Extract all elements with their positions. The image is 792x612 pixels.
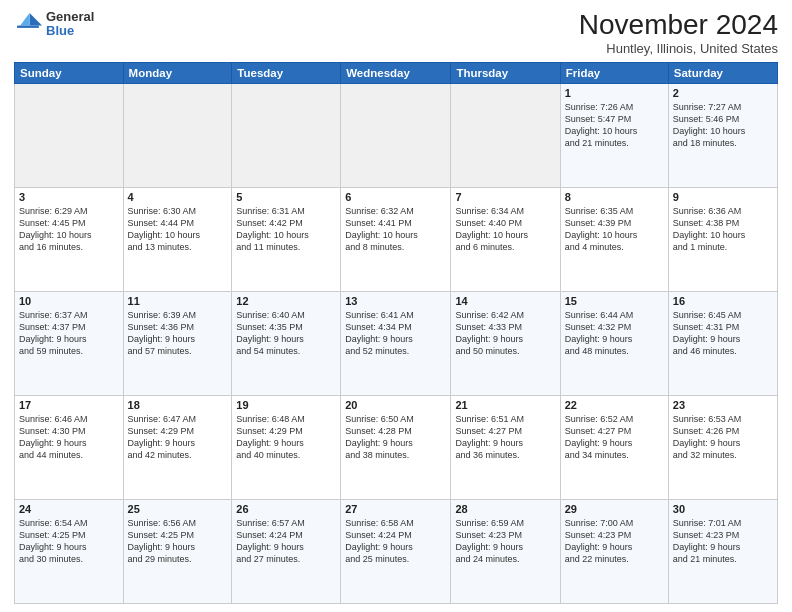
day-info: Sunrise: 6:44 AM Sunset: 4:32 PM Dayligh…	[565, 309, 664, 358]
calendar-week-row: 17Sunrise: 6:46 AM Sunset: 4:30 PM Dayli…	[15, 395, 778, 499]
day-info: Sunrise: 6:53 AM Sunset: 4:26 PM Dayligh…	[673, 413, 773, 462]
day-info: Sunrise: 6:40 AM Sunset: 4:35 PM Dayligh…	[236, 309, 336, 358]
day-number: 12	[236, 295, 336, 307]
day-info: Sunrise: 6:58 AM Sunset: 4:24 PM Dayligh…	[345, 517, 446, 566]
day-number: 30	[673, 503, 773, 515]
day-number: 29	[565, 503, 664, 515]
calendar-week-row: 3Sunrise: 6:29 AM Sunset: 4:45 PM Daylig…	[15, 187, 778, 291]
calendar-day-cell: 19Sunrise: 6:48 AM Sunset: 4:29 PM Dayli…	[232, 395, 341, 499]
calendar-day-cell: 11Sunrise: 6:39 AM Sunset: 4:36 PM Dayli…	[123, 291, 232, 395]
calendar-day-cell: 5Sunrise: 6:31 AM Sunset: 4:42 PM Daylig…	[232, 187, 341, 291]
calendar-day-cell: 30Sunrise: 7:01 AM Sunset: 4:23 PM Dayli…	[668, 499, 777, 603]
day-info: Sunrise: 7:26 AM Sunset: 5:47 PM Dayligh…	[565, 101, 664, 150]
logo: General Blue	[14, 10, 94, 39]
calendar-week-row: 24Sunrise: 6:54 AM Sunset: 4:25 PM Dayli…	[15, 499, 778, 603]
day-info: Sunrise: 6:48 AM Sunset: 4:29 PM Dayligh…	[236, 413, 336, 462]
calendar-day-cell: 16Sunrise: 6:45 AM Sunset: 4:31 PM Dayli…	[668, 291, 777, 395]
weekday-header-cell: Wednesday	[341, 62, 451, 83]
day-number: 14	[455, 295, 555, 307]
page: General Blue November 2024 Huntley, Illi…	[0, 0, 792, 612]
calendar-day-cell: 21Sunrise: 6:51 AM Sunset: 4:27 PM Dayli…	[451, 395, 560, 499]
day-info: Sunrise: 6:46 AM Sunset: 4:30 PM Dayligh…	[19, 413, 119, 462]
day-number: 11	[128, 295, 228, 307]
day-number: 21	[455, 399, 555, 411]
calendar-week-row: 10Sunrise: 6:37 AM Sunset: 4:37 PM Dayli…	[15, 291, 778, 395]
svg-marker-0	[30, 13, 42, 25]
calendar-day-cell	[341, 83, 451, 187]
location: Huntley, Illinois, United States	[579, 41, 778, 56]
day-number: 2	[673, 87, 773, 99]
logo-text: General Blue	[46, 10, 94, 39]
day-info: Sunrise: 6:47 AM Sunset: 4:29 PM Dayligh…	[128, 413, 228, 462]
day-number: 9	[673, 191, 773, 203]
calendar-day-cell: 22Sunrise: 6:52 AM Sunset: 4:27 PM Dayli…	[560, 395, 668, 499]
day-number: 22	[565, 399, 664, 411]
calendar-day-cell: 17Sunrise: 6:46 AM Sunset: 4:30 PM Dayli…	[15, 395, 124, 499]
calendar-table: SundayMondayTuesdayWednesdayThursdayFrid…	[14, 62, 778, 604]
day-number: 28	[455, 503, 555, 515]
calendar-day-cell: 20Sunrise: 6:50 AM Sunset: 4:28 PM Dayli…	[341, 395, 451, 499]
calendar-day-cell: 23Sunrise: 6:53 AM Sunset: 4:26 PM Dayli…	[668, 395, 777, 499]
calendar-day-cell: 27Sunrise: 6:58 AM Sunset: 4:24 PM Dayli…	[341, 499, 451, 603]
calendar-day-cell	[15, 83, 124, 187]
month-title: November 2024	[579, 10, 778, 41]
day-info: Sunrise: 6:59 AM Sunset: 4:23 PM Dayligh…	[455, 517, 555, 566]
day-info: Sunrise: 6:42 AM Sunset: 4:33 PM Dayligh…	[455, 309, 555, 358]
day-info: Sunrise: 6:45 AM Sunset: 4:31 PM Dayligh…	[673, 309, 773, 358]
day-info: Sunrise: 6:56 AM Sunset: 4:25 PM Dayligh…	[128, 517, 228, 566]
weekday-header-cell: Tuesday	[232, 62, 341, 83]
day-number: 19	[236, 399, 336, 411]
weekday-header-cell: Monday	[123, 62, 232, 83]
day-number: 20	[345, 399, 446, 411]
header: General Blue November 2024 Huntley, Illi…	[14, 10, 778, 56]
day-info: Sunrise: 6:37 AM Sunset: 4:37 PM Dayligh…	[19, 309, 119, 358]
day-number: 16	[673, 295, 773, 307]
calendar-day-cell: 13Sunrise: 6:41 AM Sunset: 4:34 PM Dayli…	[341, 291, 451, 395]
weekday-header-cell: Thursday	[451, 62, 560, 83]
calendar-day-cell: 4Sunrise: 6:30 AM Sunset: 4:44 PM Daylig…	[123, 187, 232, 291]
day-info: Sunrise: 6:54 AM Sunset: 4:25 PM Dayligh…	[19, 517, 119, 566]
calendar-day-cell: 8Sunrise: 6:35 AM Sunset: 4:39 PM Daylig…	[560, 187, 668, 291]
calendar-day-cell: 15Sunrise: 6:44 AM Sunset: 4:32 PM Dayli…	[560, 291, 668, 395]
day-number: 17	[19, 399, 119, 411]
calendar-day-cell: 10Sunrise: 6:37 AM Sunset: 4:37 PM Dayli…	[15, 291, 124, 395]
title-block: November 2024 Huntley, Illinois, United …	[579, 10, 778, 56]
day-info: Sunrise: 6:57 AM Sunset: 4:24 PM Dayligh…	[236, 517, 336, 566]
calendar-day-cell: 18Sunrise: 6:47 AM Sunset: 4:29 PM Dayli…	[123, 395, 232, 499]
weekday-header-row: SundayMondayTuesdayWednesdayThursdayFrid…	[15, 62, 778, 83]
day-info: Sunrise: 6:36 AM Sunset: 4:38 PM Dayligh…	[673, 205, 773, 254]
day-number: 26	[236, 503, 336, 515]
day-info: Sunrise: 6:29 AM Sunset: 4:45 PM Dayligh…	[19, 205, 119, 254]
weekday-header-cell: Saturday	[668, 62, 777, 83]
calendar-day-cell: 7Sunrise: 6:34 AM Sunset: 4:40 PM Daylig…	[451, 187, 560, 291]
svg-rect-2	[17, 26, 39, 28]
calendar-day-cell: 25Sunrise: 6:56 AM Sunset: 4:25 PM Dayli…	[123, 499, 232, 603]
day-info: Sunrise: 6:51 AM Sunset: 4:27 PM Dayligh…	[455, 413, 555, 462]
day-info: Sunrise: 6:34 AM Sunset: 4:40 PM Dayligh…	[455, 205, 555, 254]
calendar-day-cell: 29Sunrise: 7:00 AM Sunset: 4:23 PM Dayli…	[560, 499, 668, 603]
day-info: Sunrise: 7:00 AM Sunset: 4:23 PM Dayligh…	[565, 517, 664, 566]
calendar-day-cell	[123, 83, 232, 187]
svg-marker-1	[20, 13, 29, 25]
calendar-day-cell: 26Sunrise: 6:57 AM Sunset: 4:24 PM Dayli…	[232, 499, 341, 603]
calendar-day-cell: 12Sunrise: 6:40 AM Sunset: 4:35 PM Dayli…	[232, 291, 341, 395]
logo-general: General	[46, 10, 94, 24]
day-number: 3	[19, 191, 119, 203]
day-number: 18	[128, 399, 228, 411]
day-info: Sunrise: 7:27 AM Sunset: 5:46 PM Dayligh…	[673, 101, 773, 150]
calendar-day-cell: 6Sunrise: 6:32 AM Sunset: 4:41 PM Daylig…	[341, 187, 451, 291]
day-number: 4	[128, 191, 228, 203]
day-number: 23	[673, 399, 773, 411]
logo-icon	[14, 10, 42, 38]
day-number: 5	[236, 191, 336, 203]
day-info: Sunrise: 6:39 AM Sunset: 4:36 PM Dayligh…	[128, 309, 228, 358]
calendar-day-cell: 24Sunrise: 6:54 AM Sunset: 4:25 PM Dayli…	[15, 499, 124, 603]
day-number: 15	[565, 295, 664, 307]
day-number: 1	[565, 87, 664, 99]
calendar-day-cell: 1Sunrise: 7:26 AM Sunset: 5:47 PM Daylig…	[560, 83, 668, 187]
calendar-day-cell: 3Sunrise: 6:29 AM Sunset: 4:45 PM Daylig…	[15, 187, 124, 291]
logo-blue: Blue	[46, 24, 94, 38]
day-number: 24	[19, 503, 119, 515]
calendar-day-cell: 14Sunrise: 6:42 AM Sunset: 4:33 PM Dayli…	[451, 291, 560, 395]
day-info: Sunrise: 6:35 AM Sunset: 4:39 PM Dayligh…	[565, 205, 664, 254]
